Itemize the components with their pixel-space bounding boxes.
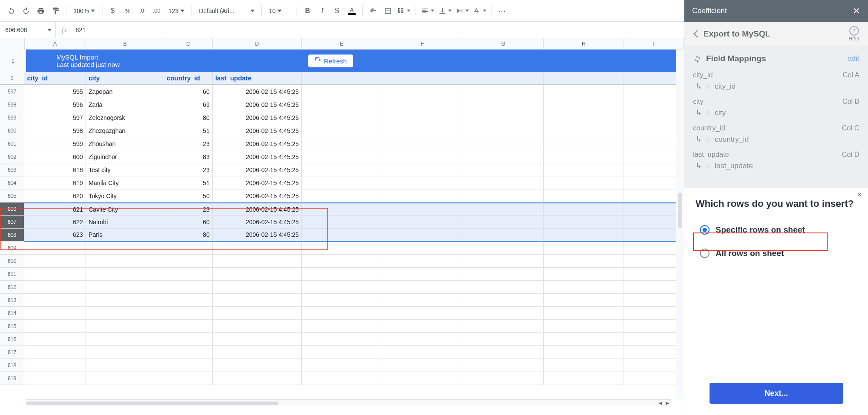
cell[interactable]: 60 (164, 85, 213, 98)
horizontal-align-select[interactable] (420, 5, 435, 17)
close-icon[interactable]: ✕ (853, 6, 860, 16)
cell[interactable]: 621 (24, 203, 86, 216)
cell[interactable]: 599 (24, 137, 86, 150)
cell[interactable] (382, 150, 463, 163)
cell[interactable] (544, 124, 624, 137)
cell[interactable] (382, 307, 463, 320)
cell[interactable]: Zhezqazghan (86, 124, 164, 137)
header-city[interactable]: city (86, 72, 164, 85)
cell[interactable]: 595 (24, 85, 86, 98)
col-header-D[interactable]: D (213, 38, 302, 49)
cell[interactable] (24, 346, 86, 359)
header-city-id[interactable]: city_id (24, 72, 86, 85)
cell[interactable] (86, 255, 164, 268)
cell[interactable] (544, 307, 624, 320)
cell[interactable] (544, 372, 624, 385)
cell[interactable] (463, 189, 544, 203)
cell[interactable] (86, 346, 164, 359)
cell[interactable] (164, 242, 213, 255)
cell[interactable] (382, 268, 463, 281)
cell[interactable] (463, 372, 544, 385)
cell[interactable] (164, 294, 213, 307)
cell[interactable] (544, 203, 624, 216)
cell[interactable] (544, 229, 624, 242)
cell[interactable] (544, 268, 624, 281)
col-header-F[interactable]: F (382, 38, 463, 49)
percent-icon[interactable]: % (122, 5, 134, 17)
cell[interactable] (302, 346, 382, 359)
cell[interactable]: 596 (24, 98, 86, 111)
cell[interactable] (213, 320, 302, 333)
row-header[interactable]: 607 (0, 216, 24, 229)
cell[interactable] (382, 229, 463, 242)
cell[interactable] (463, 216, 544, 229)
cell[interactable] (463, 150, 544, 163)
row-header[interactable]: 617 (0, 346, 24, 359)
cell[interactable] (164, 346, 213, 359)
cell[interactable] (624, 85, 684, 98)
cell[interactable]: 50 (164, 189, 213, 203)
row-header-1[interactable]: 1 (0, 50, 26, 72)
cell[interactable] (86, 242, 164, 255)
cell[interactable]: 2006-02-15 4:45:25 (213, 98, 302, 111)
text-color-icon[interactable]: A (346, 5, 358, 17)
cell[interactable] (624, 137, 684, 150)
strikethrough-icon[interactable]: S (331, 5, 343, 17)
scroll-right-icon[interactable]: ► (664, 400, 671, 407)
cell[interactable]: 622 (24, 216, 86, 229)
cell[interactable]: 2006-02-15 4:45:25 (213, 189, 302, 203)
cell[interactable]: Ziguinchor (86, 150, 164, 163)
cell[interactable] (382, 294, 463, 307)
cell[interactable]: 600 (24, 150, 86, 163)
cell[interactable]: Paris (86, 229, 164, 242)
header-empty-e[interactable] (302, 72, 382, 85)
cell[interactable]: 2006-02-15 4:45:25 (213, 229, 302, 242)
undo-icon[interactable] (5, 5, 17, 17)
cell[interactable] (24, 281, 86, 294)
cell[interactable]: 23 (164, 163, 213, 176)
next-button[interactable]: Next... (710, 383, 843, 404)
font-size-select[interactable]: 10 (266, 5, 292, 17)
cell[interactable] (544, 294, 624, 307)
cell[interactable] (213, 268, 302, 281)
cell[interactable]: Zeleznogorsk (86, 111, 164, 124)
cell[interactable]: Zapopan (86, 85, 164, 98)
cell[interactable] (624, 150, 684, 163)
cell[interactable]: Cavite City (86, 203, 164, 216)
cell[interactable]: Nairobi (86, 216, 164, 229)
cell[interactable] (382, 124, 463, 137)
header-country-id[interactable]: country_id (164, 72, 213, 85)
col-header-G[interactable]: G (463, 38, 544, 49)
cell[interactable] (624, 203, 684, 216)
row-header-2[interactable]: 2 (0, 72, 24, 85)
cell[interactable] (302, 294, 382, 307)
cell[interactable] (382, 98, 463, 111)
cell[interactable] (463, 333, 544, 346)
cell[interactable] (86, 359, 164, 372)
cell[interactable] (624, 163, 684, 176)
cell[interactable] (213, 346, 302, 359)
zoom-select[interactable]: 100% (71, 5, 98, 17)
cell[interactable] (302, 85, 382, 98)
cell[interactable]: 51 (164, 176, 213, 189)
radio-specific-rows[interactable]: Specific rows on sheet (696, 223, 857, 236)
cell[interactable] (24, 372, 86, 385)
cell[interactable] (624, 333, 684, 346)
row-header[interactable]: 598 (0, 98, 24, 111)
cell[interactable] (302, 124, 382, 137)
row-header[interactable]: 603 (0, 163, 24, 176)
cell[interactable] (213, 294, 302, 307)
row-header[interactable]: 599 (0, 111, 24, 124)
row-header[interactable]: 615 (0, 320, 24, 333)
cell[interactable] (213, 255, 302, 268)
cell[interactable]: 2006-02-15 4:45:25 (213, 216, 302, 229)
header-last-update[interactable]: last_update (213, 72, 302, 85)
cell[interactable] (86, 333, 164, 346)
more-icon[interactable]: ⋯ (496, 5, 508, 17)
cell[interactable] (164, 281, 213, 294)
cell[interactable] (302, 216, 382, 229)
cell[interactable] (624, 176, 684, 189)
cell[interactable]: 2006-02-15 4:45:25 (213, 163, 302, 176)
cell[interactable] (624, 216, 684, 229)
cell[interactable] (463, 137, 544, 150)
